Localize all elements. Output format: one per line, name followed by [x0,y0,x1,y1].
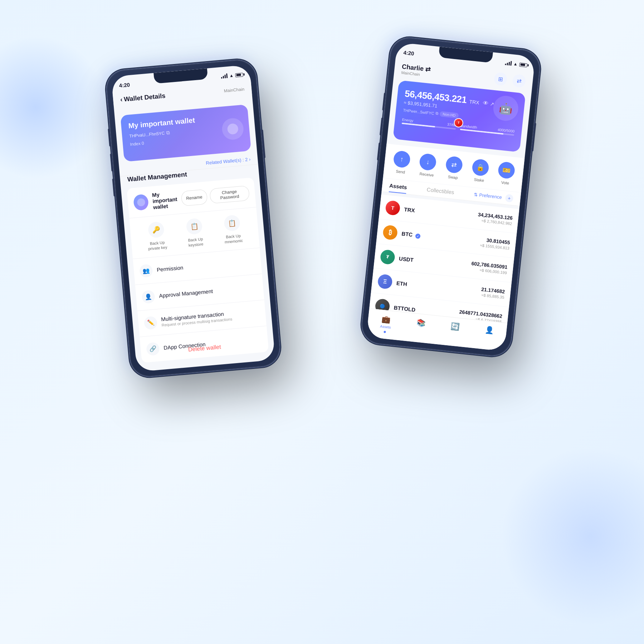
signal-icon [221,74,228,79]
signal-icon-right [505,61,512,66]
eye-icon[interactable]: 👁 [483,100,489,107]
chain-label: MainChain [224,87,244,93]
vote-icon: 🎫 [497,161,516,180]
rename-button[interactable]: Rename [181,189,208,206]
backup-mnemonic-icon: 📋 [224,215,241,232]
backup-keystore[interactable]: 📋 Back Upkeystore [186,218,204,248]
wallet-details-screen: 4:20 ▲ [111,65,275,372]
add-asset-button[interactable]: + [505,194,513,203]
related-wallets-label: Related Wallet(s) : 2 › [206,156,251,166]
balance-currency: TRX [469,99,480,106]
backup-private-key-label: Back Upprivate key [147,240,167,252]
btc-name: BTC ✓ [401,230,480,245]
status-time-right: 4:20 [403,49,415,56]
bandwidth-value: 4000/5000 [497,128,514,133]
swap-button[interactable]: ⇄ Swap [444,156,463,180]
btc-verified-icon: ✓ [415,234,420,239]
btc-values: 30.810455 ≈$ 1555,934.813 [480,236,510,250]
nav-active-dot [384,331,386,333]
energy-progress: Energy 37/60 [402,118,457,130]
backup-keystore-label: Back Upkeystore [188,236,204,248]
assets-list: T TRX 34,234,453.126 ≈$ 2,760,842.982 ₿ … [369,195,519,323]
usdt-values: 602,786.035091 ≈$ 606,000.199 [470,260,508,275]
wallet-avatar [133,194,149,210]
wifi-icon: ▲ [229,73,234,78]
nav-assets-label: Assets [380,324,391,329]
trx-name: TRX [404,206,478,220]
usdt-name: USDT [399,255,471,269]
back-button[interactable]: ‹ Wallet Details [120,92,166,104]
swap-icon: ⇄ [445,156,463,174]
backup-private-key[interactable]: 🔑 Back Upprivate key [146,221,167,252]
stake-label: Stake [474,177,484,183]
energy-label: Energy [402,118,414,123]
user-info: Charlie ⇄ MainChain [401,63,431,78]
backup-mnemonic[interactable]: 📋 Back Upmnemonic [223,214,243,245]
permission-icon: 👥 [139,264,153,278]
status-time-left: 4:20 [119,82,130,89]
backup-mnemonic-label: Back Upmnemonic [224,233,243,245]
send-icon: ↑ [393,150,411,169]
btc-logo: ₿ [382,225,398,240]
stake-icon: 🔒 [471,158,489,177]
nav-profile-icon: 👤 [484,325,494,335]
nav-assets-icon: 💼 [381,314,391,324]
receive-button[interactable]: ↓ Receive [418,153,437,177]
nav-history-icon: 🔄 [450,322,460,331]
stake-button[interactable]: 🔒 Stake [470,158,489,183]
main-wallet-screen: 4:20 ▲ [366,42,535,351]
send-button[interactable]: ↑ Send [392,150,411,175]
tab-right-actions: ⇅ Preference + [474,190,514,202]
backup-private-key-icon: 🔑 [147,221,165,238]
non-hd-badge: Non-HD [440,111,459,118]
right-phone: 4:20 ▲ [360,36,542,357]
nav-collections-icon: 📚 [416,318,426,327]
header-action-icons: ⊞ ⇄ [493,72,526,88]
nav-collections[interactable]: 📚 [416,318,426,327]
nav-profile[interactable]: 👤 [484,325,494,335]
tab-collectibles[interactable]: Collectibles [426,183,455,199]
scan-icon[interactable]: ⊞ [493,72,508,86]
balance-card: 56,456,453.221 TRX 👁 ↗ ≈ $3,951,951.71 T… [393,80,526,152]
switch-wallet-icon[interactable]: ⇄ [512,74,526,88]
tron-badge-icon: T [453,118,464,128]
back-arrow-icon: ‹ [120,96,123,103]
approval-management-icon: 👤 [141,290,155,304]
wallet-card: My important wallet THPvaU...Fhn5YC ⧉ In… [120,104,251,162]
nav-assets[interactable]: 💼 Assets [380,314,392,334]
usdt-logo: ₮ [380,249,395,265]
page-title: Wallet Details [123,92,166,103]
copy-icon[interactable]: ⧉ [166,130,170,136]
trx-values: 34,234,453.126 ≈$ 2,760,842.982 [477,211,513,226]
multisig-icon: ✏️ [144,316,158,330]
send-label: Send [396,169,405,175]
nav-history[interactable]: 🔄 [450,322,460,331]
eth-logo: Ξ [377,274,393,289]
trx-logo: T [385,200,401,216]
battery-icon [235,73,243,77]
wallet-action-buttons: Rename Change Password [181,185,250,206]
battery-icon-right [519,63,527,67]
left-phone: 4:20 ▲ [105,58,281,378]
preference-button[interactable]: ⇅ Preference [474,192,502,200]
wallet-name-display: My important wallet [152,190,178,210]
backup-keystore-icon: 📋 [186,218,203,235]
eth-name: ETH [396,280,481,295]
status-icons-right: ▲ [505,60,527,68]
balance-decoration: 🤖 [492,94,519,126]
approval-management-label: Approval Management [159,288,213,299]
wifi-icon-right: ▲ [513,61,518,67]
tab-assets[interactable]: Assets [389,179,408,194]
management-section: My important wallet Rename Change Passwo… [127,177,269,363]
change-password-button[interactable]: Change Password [209,185,250,204]
vote-label: Vote [501,180,509,185]
vote-button[interactable]: 🎫 Vote [497,161,516,186]
bandwidth-progress: Bandwidth 4000/5000 [460,124,515,136]
eth-values: 21.174682 ≈$ 85,885.35 [480,286,505,299]
receive-icon: ↓ [419,153,437,171]
swap-label: Swap [448,175,458,180]
permission-label: Permission [156,264,183,273]
status-icons-left: ▲ [221,72,243,79]
copy-address-icon[interactable]: ⧉ [435,111,439,116]
receive-label: Receive [419,172,434,177]
